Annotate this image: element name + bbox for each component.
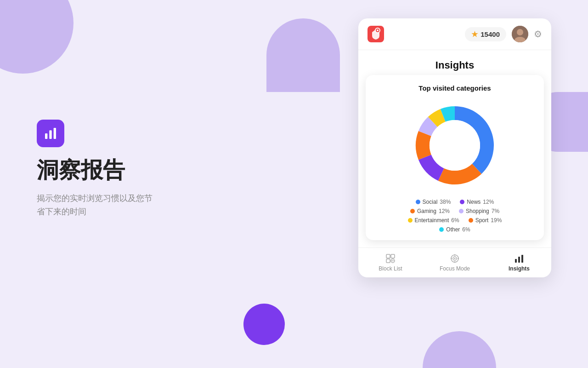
chart-legend: Social 38% News 12% Gaming 12% Shopping — [375, 199, 535, 233]
svg-rect-23 — [518, 257, 520, 263]
legend-sport: Sport 19% — [469, 217, 502, 224]
legend-pct-other: 6% — [462, 226, 470, 233]
legend-label-news: News — [467, 199, 481, 205]
inner-card: Top visited categories Social 38% News 1… — [366, 75, 544, 240]
chart-title: Top visited categories — [375, 84, 535, 92]
block-list-icon — [385, 253, 396, 264]
legend-dot-social — [416, 200, 420, 204]
legend-dot-news — [460, 200, 464, 204]
nav-insights[interactable]: Insights — [501, 253, 537, 272]
donut-chart-container — [375, 99, 535, 191]
legend-label-social: Social — [423, 199, 438, 205]
bg-decoration-2 — [266, 18, 340, 92]
legend-entertainment: Entertainment 6% — [408, 217, 459, 224]
legend-dot-sport — [469, 218, 473, 223]
legend-label-entertainment: Entertainment — [415, 217, 449, 224]
star-icon: ★ — [471, 30, 478, 39]
bg-decoration-6 — [423, 331, 496, 368]
nav-focus-mode[interactable]: Focus Mode — [436, 253, 473, 272]
svg-rect-24 — [521, 255, 523, 263]
legend-shopping: Shopping 7% — [459, 208, 499, 214]
svg-rect-12 — [386, 259, 390, 263]
legend-label-other: Other — [446, 226, 460, 233]
legend-label-shopping: Shopping — [466, 208, 489, 214]
legend-row-4: Other 6% — [439, 226, 470, 233]
legend-dot-entertainment — [408, 218, 413, 223]
svg-point-17 — [454, 258, 456, 259]
legend-news: News 12% — [460, 199, 494, 205]
svg-rect-11 — [391, 254, 395, 258]
legend-row-2: Gaming 12% Shopping 7% — [410, 208, 499, 214]
nav-block-list[interactable]: Block List — [372, 253, 409, 272]
legend-pct-sport: 19% — [491, 217, 502, 224]
points-value: 15400 — [481, 30, 500, 38]
legend-row-3: Entertainment 6% Sport 19% — [408, 217, 502, 224]
svg-rect-10 — [386, 254, 390, 258]
svg-point-9 — [430, 120, 480, 171]
points-badge: ★ 15400 — [465, 27, 506, 41]
svg-rect-0 — [45, 133, 47, 139]
legend-gaming: Gaming 12% — [410, 208, 450, 214]
gear-icon[interactable]: ⚙ — [534, 29, 542, 40]
app-icon-box — [37, 120, 64, 147]
legend-row-1: Social 38% News 12% — [416, 199, 494, 205]
legend-dot-other — [439, 227, 444, 232]
legend-dot-shopping — [459, 209, 464, 213]
nav-insights-label: Insights — [509, 265, 530, 272]
nav-block-list-label: Block List — [379, 265, 402, 272]
insights-title-bar: Insights — [358, 50, 551, 75]
page-title: 洞察报告 — [37, 158, 153, 183]
page-subtitle: 揭示您的实时浏览习惯以及您节省下来的时间 — [37, 192, 153, 218]
svg-rect-2 — [54, 128, 56, 139]
svg-point-5 — [377, 29, 379, 31]
legend-other: Other 6% — [439, 226, 470, 233]
bg-decoration-5 — [243, 304, 285, 345]
legend-label-gaming: Gaming — [417, 208, 436, 214]
svg-point-7 — [517, 29, 523, 35]
nav-focus-mode-label: Focus Mode — [440, 265, 470, 272]
bottom-nav: Block List Focus Mode Insights — [358, 247, 551, 277]
bg-decoration-1 — [0, 0, 74, 74]
legend-dot-gaming — [410, 209, 415, 213]
app-logo-icon — [368, 26, 384, 42]
legend-pct-news: 12% — [483, 199, 494, 205]
left-panel: 洞察报告 揭示您的实时浏览习惯以及您节省下来的时间 — [37, 120, 153, 218]
legend-pct-shopping: 7% — [492, 208, 499, 214]
insights-heading: Insights — [369, 59, 540, 71]
donut-chart — [409, 99, 501, 191]
legend-pct-social: 38% — [440, 199, 451, 205]
avatar — [512, 26, 528, 42]
legend-pct-gaming: 12% — [439, 208, 450, 214]
focus-mode-icon — [450, 253, 460, 264]
legend-label-sport: Sport — [475, 217, 489, 224]
app-card: ★ 15400 ⚙ Insights Top visited categorie… — [358, 18, 551, 277]
app-header: ★ 15400 ⚙ — [358, 18, 551, 50]
bar-chart-icon — [43, 126, 58, 141]
legend-social: Social 38% — [416, 199, 451, 205]
header-right: ★ 15400 ⚙ — [465, 26, 542, 42]
svg-rect-1 — [49, 130, 51, 139]
svg-rect-22 — [515, 259, 517, 263]
insights-nav-icon — [514, 253, 524, 264]
legend-pct-entertainment: 6% — [451, 217, 459, 224]
